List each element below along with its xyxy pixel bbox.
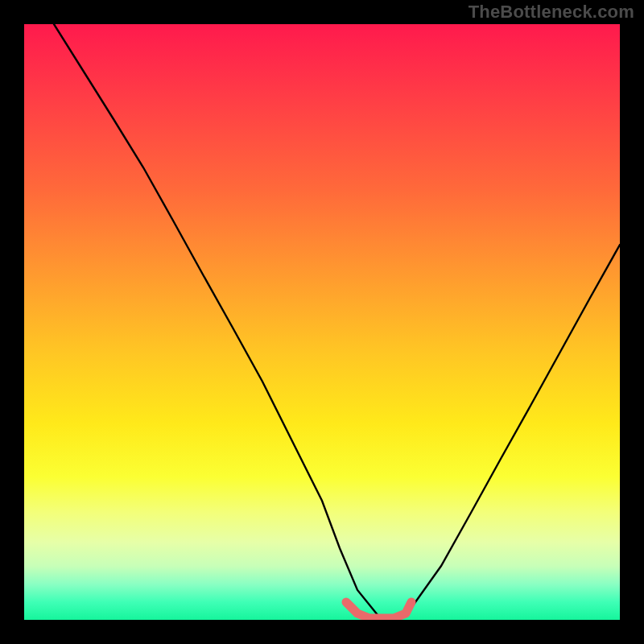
plot-area <box>24 24 620 620</box>
bottleneck-curve-line <box>54 24 620 620</box>
attribution-label: TheBottleneck.com <box>469 2 634 23</box>
optimal-band-line <box>346 602 411 618</box>
chart-frame: TheBottleneck.com <box>0 0 644 644</box>
curve-layer <box>24 24 620 620</box>
